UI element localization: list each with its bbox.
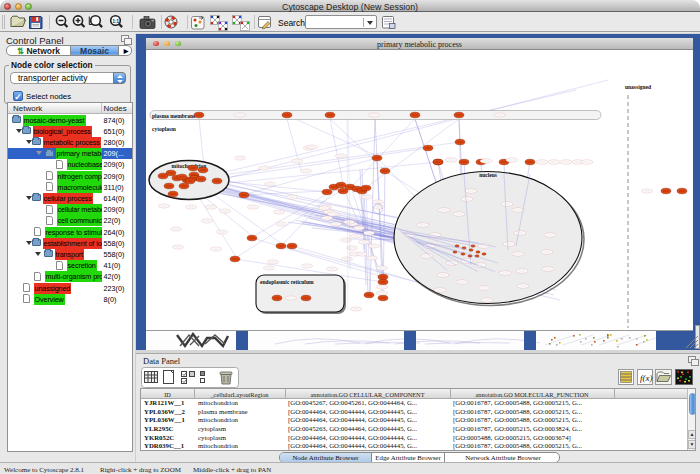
svg-text:cytoplasm: cytoplasm <box>152 126 176 132</box>
svg-text:unassigned: unassigned <box>625 84 651 90</box>
svg-text:nucleus: nucleus <box>479 172 497 178</box>
svg-text:f(x): f(x) <box>640 373 653 383</box>
svg-text:endoplasmic reticulum: endoplasmic reticulum <box>260 279 314 285</box>
svg-text:plasma membrane: plasma membrane <box>152 113 196 119</box>
svg-text:1:1: 1:1 <box>113 19 120 24</box>
